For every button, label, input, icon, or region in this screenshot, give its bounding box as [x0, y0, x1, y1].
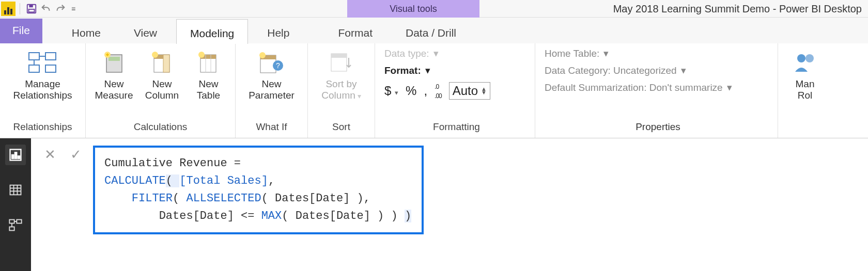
svg-rect-2 — [29, 9, 35, 11]
formula-text: Dates[Date] <= — [159, 210, 261, 222]
group-label: What If — [256, 121, 287, 133]
svg-rect-5 — [29, 65, 39, 72]
group-properties: Home Table: ▾ Data Category: Uncategoriz… — [535, 43, 778, 138]
group-what-if: ? New Parameter What If — [236, 43, 308, 138]
tab-modeling[interactable]: Modeling — [176, 19, 248, 44]
new-measure-button[interactable]: New Measure — [92, 47, 136, 102]
chevron-down-icon[interactable]: ▾ — [433, 47, 439, 59]
svg-rect-3 — [29, 53, 39, 60]
sort-icon — [329, 49, 354, 76]
window-title: May 2018 Learning Summit Demo - Power BI… — [613, 0, 862, 18]
ribbon-tabs: File Home View Modeling Help Format Data… — [0, 18, 868, 43]
file-tab[interactable]: File — [0, 19, 42, 43]
svg-point-15 — [152, 52, 158, 58]
data-category-dropdown[interactable]: Data Category: Uncategorized — [545, 65, 677, 76]
button-label: New Column — [145, 78, 179, 101]
spinner-icon[interactable]: ▲▼ — [481, 87, 487, 94]
measure-ref: [Total Sales] — [179, 174, 268, 187]
default-summarization-dropdown[interactable]: Default Summarization: Don't summarize — [545, 82, 723, 93]
group-security: Man Rol — [778, 43, 826, 138]
formula-text: ( — [173, 192, 186, 205]
ribbon: Manage Relationships Relationships New M… — [0, 43, 868, 138]
svg-rect-4 — [45, 53, 56, 60]
formula-pad — [104, 210, 159, 222]
formula-text: ( Dates[Date] ), — [261, 192, 370, 205]
separator — [20, 3, 20, 14]
app-logo-icon — [1, 2, 16, 16]
svg-rect-32 — [15, 152, 17, 158]
parameter-icon: ? — [257, 49, 285, 76]
svg-point-20 — [198, 52, 205, 58]
group-label: Relationships — [13, 121, 72, 133]
formula-pad — [104, 192, 132, 205]
svg-rect-41 — [9, 227, 14, 231]
commit-formula-button[interactable]: ✓ — [67, 146, 85, 163]
manage-roles-button[interactable]: Man Rol — [784, 47, 826, 102]
manage-relationships-button[interactable]: Manage Relationships — [10, 47, 75, 102]
button-label: New Table — [197, 78, 220, 101]
keyword-allselected: ALLSELECTED — [186, 192, 261, 205]
svg-rect-10 — [109, 57, 120, 61]
chevron-down-icon[interactable]: ▾ — [681, 65, 686, 76]
data-type-label: Data type: — [384, 48, 429, 59]
chevron-down-icon[interactable]: ▾ — [727, 82, 732, 93]
chevron-down-icon[interactable]: ▾ — [425, 65, 430, 76]
svg-rect-33 — [18, 156, 20, 158]
relationships-icon — [28, 49, 57, 76]
formula-editor[interactable]: Cumulative Revenue = CALCULATE( [Total S… — [93, 146, 424, 234]
view-sidebar — [0, 138, 31, 271]
group-relationships: Manage Relationships Relationships — [0, 43, 86, 138]
svg-rect-31 — [12, 155, 14, 158]
sort-by-column-button[interactable]: Sort by Column — [318, 47, 364, 102]
tab-help[interactable]: Help — [253, 19, 303, 43]
roles-icon — [793, 49, 817, 76]
button-label: Manage Relationships — [13, 78, 72, 101]
tab-home[interactable]: Home — [58, 19, 115, 43]
new-measure-icon — [102, 49, 126, 76]
report-canvas: ✕ ✓ Cumulative Revenue = CALCULATE( [Tot… — [31, 138, 868, 271]
tab-data-drill[interactable]: Data / Drill — [392, 19, 470, 43]
button-label: Sort by Column — [321, 78, 361, 101]
save-button[interactable] — [24, 2, 39, 16]
percent-button[interactable]: % — [406, 84, 416, 98]
svg-rect-6 — [45, 65, 56, 72]
decimal-places-icon: .0.00 — [435, 82, 442, 100]
group-label: Properties — [636, 121, 680, 133]
svg-rect-40 — [17, 220, 21, 224]
report-view-button[interactable] — [5, 145, 26, 165]
formula-text: ( Dates[Date] ) ) — [282, 210, 405, 222]
undo-button[interactable] — [39, 2, 53, 16]
thousand-separator-button[interactable]: , — [424, 84, 427, 98]
group-sort: Sort by Column Sort — [308, 43, 375, 138]
decimal-auto-input[interactable]: Auto ▲▼ — [449, 82, 490, 100]
format-label: Format: — [384, 65, 421, 76]
group-label: Formatting — [433, 121, 480, 133]
chevron-down-icon[interactable]: ▾ — [603, 47, 609, 59]
tab-format[interactable]: Format — [324, 19, 386, 43]
paren-highlight: ( — [166, 174, 179, 187]
customize-quick-access-button[interactable]: ≡ — [68, 2, 79, 16]
formula-text-line1: Cumulative Revenue = — [104, 157, 247, 170]
title-bar: ≡ Visual tools May 2018 Learning Summit … — [0, 0, 868, 18]
content-area: ✕ ✓ Cumulative Revenue = CALCULATE( [Tot… — [0, 138, 868, 271]
new-table-button[interactable]: New Table — [188, 47, 229, 102]
svg-point-29 — [805, 54, 814, 62]
keyword-calculate: CALCULATE — [104, 174, 166, 187]
data-view-button[interactable] — [5, 180, 26, 200]
group-formatting: Data type: ▾ Format: ▾ $ ▾ % , .0.00 Aut… — [375, 43, 535, 138]
tab-view[interactable]: View — [120, 19, 171, 43]
redo-button[interactable] — [53, 2, 68, 16]
formula-bar: ✕ ✓ Cumulative Revenue = CALCULATE( [Tot… — [31, 138, 868, 242]
cancel-formula-button[interactable]: ✕ — [41, 146, 59, 163]
new-parameter-button[interactable]: ? New Parameter — [245, 47, 298, 102]
model-view-button[interactable] — [5, 215, 26, 235]
svg-point-28 — [797, 54, 805, 62]
svg-rect-1 — [29, 4, 33, 7]
button-label: Man Rol — [796, 78, 815, 101]
new-column-button[interactable]: New Column — [141, 47, 182, 102]
keyword-filter: FILTER — [132, 192, 173, 205]
group-calculations: New Measure New Column — [86, 43, 236, 138]
group-label: Sort — [332, 121, 350, 133]
currency-button[interactable]: $ ▾ — [384, 84, 398, 98]
formula-text: , — [268, 174, 275, 187]
